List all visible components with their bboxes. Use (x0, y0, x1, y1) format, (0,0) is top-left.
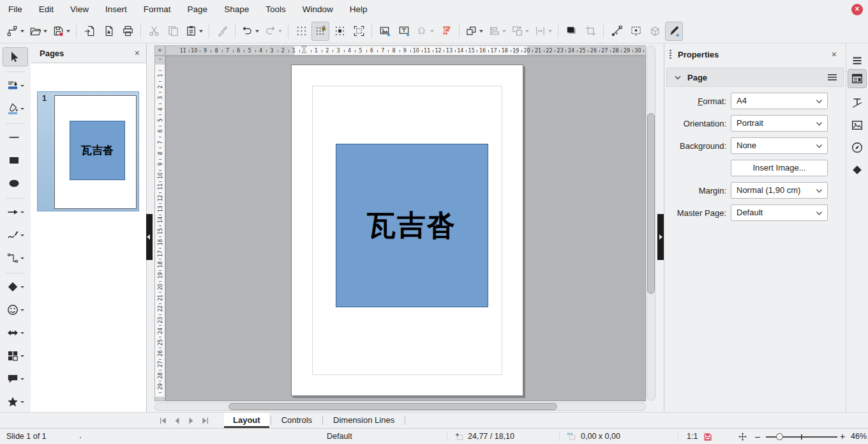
show-draw-functions-button[interactable] (665, 22, 683, 41)
master-page-dropdown[interactable]: Default (731, 204, 828, 221)
menu-page[interactable]: Page (179, 0, 216, 19)
left-margin-marker[interactable] (301, 46, 311, 56)
insert-fontwork-button[interactable]: F (437, 22, 455, 41)
callouts-tool[interactable] (3, 369, 28, 388)
zoom-button[interactable] (350, 22, 368, 41)
background-dropdown[interactable]: None (731, 137, 828, 154)
block-arrows-tool[interactable] (3, 323, 28, 342)
select-tool[interactable] (3, 47, 28, 66)
nav-prev-button[interactable] (172, 416, 182, 425)
right-margin-marker[interactable] (513, 47, 523, 56)
drawing-viewport[interactable]: 瓦吉沓 (165, 56, 646, 401)
menu-insert[interactable]: Insert (97, 0, 135, 19)
nav-first-button[interactable] (158, 416, 168, 425)
insert-image-button[interactable]: Insert Image... (731, 160, 828, 176)
open-button[interactable] (27, 22, 49, 41)
line-color-tool[interactable] (3, 76, 28, 95)
vertical-scrollbar[interactable] (647, 45, 655, 401)
rectangle-shape[interactable]: 瓦吉沓 (336, 144, 488, 307)
format-dropdown[interactable]: A4 (731, 93, 828, 109)
lines-and-arrows-tool[interactable] (3, 203, 28, 222)
pages-panel-collapse-handle[interactable] (146, 214, 153, 260)
nav-next-button[interactable] (186, 416, 196, 425)
sidebar-tab-shapes[interactable] (848, 160, 867, 180)
fit-page-icon[interactable] (738, 432, 747, 441)
window-close-button[interactable]: × (851, 4, 863, 15)
curves-and-polygons-tool[interactable] (3, 226, 28, 245)
menu-window[interactable]: Window (294, 0, 341, 19)
pages-panel-close-icon[interactable]: × (135, 48, 140, 58)
menu-format[interactable]: Format (135, 0, 179, 19)
layer-tab-controls[interactable]: Controls (273, 413, 321, 428)
stars-and-banners-tool[interactable] (3, 392, 28, 411)
page-section-header[interactable]: Page (666, 68, 844, 87)
redo-button[interactable] (262, 22, 284, 41)
vertical-ruler[interactable]: -112345678910111213141516171819202122232… (154, 56, 165, 401)
3d-objects-button[interactable] (646, 22, 664, 41)
horizontal-scrollbar-thumb[interactable] (228, 403, 557, 410)
shadow-button[interactable] (562, 22, 580, 41)
basic-shapes-tool[interactable] (3, 277, 28, 296)
insert-text-box-button[interactable] (395, 22, 413, 41)
ellipse-tool[interactable] (3, 174, 28, 193)
sidebar-tab-sidebar-menu[interactable] (848, 51, 867, 70)
export-pdf-button[interactable] (100, 22, 117, 41)
section-menu-icon[interactable] (828, 74, 837, 80)
horizontal-ruler[interactable]: 1110987654321123456789101112131415161718… (165, 45, 646, 56)
zoom-out-button[interactable]: – (755, 429, 760, 444)
sidebar-tab-gallery[interactable] (848, 116, 867, 135)
page-thumbnail[interactable]: 1 瓦吉沓 (37, 91, 139, 211)
zoom-in-button[interactable]: + (840, 429, 845, 444)
menu-tools[interactable]: Tools (257, 0, 294, 19)
zoom-slider-thumb[interactable] (776, 433, 783, 440)
copy-button[interactable] (164, 22, 182, 41)
rectangle-tool[interactable] (3, 151, 28, 170)
helplines-while-moving-button[interactable] (331, 22, 348, 41)
document-page[interactable]: 瓦吉沓 (291, 65, 523, 396)
scale-indicator[interactable]: 1:1 (687, 429, 698, 444)
layer-tab-layout[interactable]: Layout (224, 413, 269, 428)
orientation-dropdown[interactable]: Portrait (731, 115, 828, 132)
crop-image-button[interactable] (581, 22, 599, 41)
fill-color-tool[interactable] (3, 99, 28, 118)
edit-points-button[interactable] (608, 22, 625, 41)
distribute-selection-button[interactable] (532, 22, 554, 41)
style-name[interactable]: Default (327, 429, 352, 444)
save-button[interactable] (50, 22, 72, 41)
undo-button[interactable] (239, 22, 261, 41)
properties-close-icon[interactable]: × (832, 49, 837, 59)
paste-button[interactable] (183, 22, 205, 41)
connectors-tool[interactable] (3, 249, 28, 268)
zoom-level[interactable]: 46% (851, 429, 867, 444)
flowchart-tool[interactable] (3, 346, 28, 365)
export-button[interactable] (80, 22, 98, 41)
sidebar-tab-styles[interactable] (848, 93, 867, 112)
cut-button[interactable] (145, 22, 163, 41)
margin-dropdown[interactable]: Normal (1,90 cm) (731, 182, 828, 199)
menu-file[interactable]: File (0, 0, 31, 19)
unsaved-changes-icon[interactable] (703, 433, 712, 441)
sidebar-tab-properties[interactable] (848, 69, 867, 88)
display-grid-button[interactable] (292, 22, 310, 41)
new-document-button[interactable] (4, 22, 26, 41)
arrange-button[interactable] (509, 22, 531, 41)
print-button[interactable] (119, 22, 137, 41)
menu-edit[interactable]: Edit (31, 0, 62, 19)
horizontal-scrollbar[interactable] (154, 402, 646, 411)
nav-last-button[interactable] (200, 416, 210, 425)
insert-line-tool[interactable] (3, 128, 28, 147)
transformations-button[interactable] (463, 22, 485, 41)
insert-special-character-button[interactable]: Ω (414, 22, 436, 41)
insert-image-button[interactable] (376, 22, 394, 41)
sidebar-tab-navigator[interactable] (848, 138, 867, 157)
layer-tab-dimension-lines[interactable]: Dimension Lines (324, 413, 403, 428)
symbol-shapes-tool[interactable] (3, 300, 28, 319)
panel-grip-icon[interactable] (670, 50, 671, 59)
show-glue-points-button[interactable] (627, 22, 645, 41)
menu-shape[interactable]: Shape (216, 0, 257, 19)
clone-formatting-button[interactable] (213, 22, 231, 41)
menu-help[interactable]: Help (341, 0, 376, 19)
vertical-scrollbar-thumb[interactable] (647, 113, 655, 294)
sidebar-collapse-handle[interactable] (657, 214, 664, 260)
align-objects-button[interactable] (486, 22, 508, 41)
